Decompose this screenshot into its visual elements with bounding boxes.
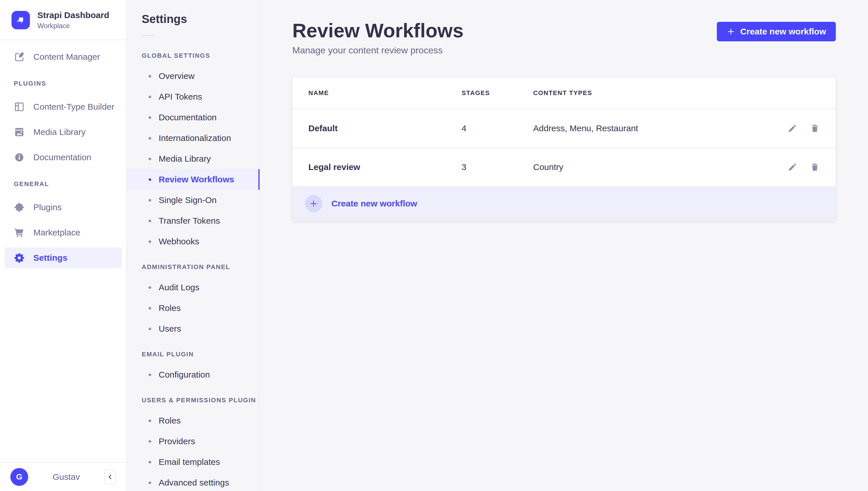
page-title: Review Workflows <box>292 21 464 40</box>
bullet-icon <box>148 178 151 181</box>
workflows-table-card: Name Stages Content Types Default 4 Addr… <box>292 78 836 221</box>
settings-item-single-sign-on[interactable]: Single Sign-On <box>127 190 260 210</box>
settings-item-label: Email templates <box>159 457 220 467</box>
nav-item-content-type-builder[interactable]: Content-Type Builder <box>0 94 126 119</box>
settings-item-overview[interactable]: Overview <box>127 66 260 86</box>
settings-item-label: Documentation <box>159 113 217 122</box>
settings-item-label: Single Sign-On <box>159 195 217 205</box>
bullet-icon <box>148 240 151 243</box>
nav-item-label: Content-Type Builder <box>33 102 114 112</box>
nav-item-content-manager[interactable]: Content Manager <box>0 44 126 69</box>
trash-icon <box>810 123 820 133</box>
strapi-logo-icon <box>11 11 30 29</box>
create-workflow-button[interactable]: Create new workflow <box>717 22 836 41</box>
settings-section-users-permissions: Users & Permissions plugin <box>127 397 260 404</box>
delete-button[interactable] <box>810 123 820 133</box>
settings-item-up-roles[interactable]: Roles <box>127 410 260 431</box>
create-workflow-button-label: Create new workflow <box>740 27 826 36</box>
row-actions <box>768 162 836 172</box>
picture-icon <box>14 126 25 138</box>
workflow-stages: 4 <box>462 123 533 133</box>
delete-button[interactable] <box>810 162 820 172</box>
workflow-stages: 3 <box>462 162 533 172</box>
settings-item-review-workflows[interactable]: Review Workflows <box>127 169 260 190</box>
settings-item-label: Roles <box>159 416 181 426</box>
footer-create-label: Create new workflow <box>331 199 417 208</box>
plus-circle-icon <box>305 195 322 212</box>
nav-item-marketplace[interactable]: Marketplace <box>0 220 126 245</box>
edit-button[interactable] <box>788 162 797 172</box>
settings-item-label: Transfer Tokens <box>159 216 220 226</box>
bullet-icon <box>148 220 151 222</box>
plus-icon <box>727 27 735 36</box>
settings-section-email-plugin: Email Plugin <box>127 351 260 358</box>
workspace-name: Workplace <box>37 22 109 30</box>
bullet-icon <box>148 75 151 78</box>
info-circle-icon <box>14 152 25 163</box>
settings-title-divider <box>142 35 156 36</box>
settings-item-label: Users <box>159 324 181 334</box>
settings-item-label: Configuration <box>159 370 210 380</box>
settings-item-label: API Tokens <box>159 92 202 102</box>
bullet-icon <box>148 116 151 119</box>
bullet-icon <box>148 157 151 160</box>
nav-item-label: Documentation <box>33 152 91 162</box>
bullet-icon <box>148 286 151 289</box>
nav-item-plugins[interactable]: Plugins <box>0 195 126 220</box>
settings-item-advanced-settings[interactable]: Advanced settings <box>127 472 260 491</box>
table-row-legal-review[interactable]: Legal review 3 Country <box>292 148 836 186</box>
bullet-icon <box>148 137 151 140</box>
settings-item-label: Advanced settings <box>159 478 229 488</box>
settings-item-transfer-tokens[interactable]: Transfer Tokens <box>127 210 260 231</box>
settings-item-api-tokens[interactable]: API Tokens <box>127 86 260 107</box>
settings-item-users[interactable]: Users <box>127 318 260 339</box>
settings-item-configuration[interactable]: Configuration <box>127 365 260 385</box>
settings-sidebar: Settings Global Settings Overview API To… <box>127 0 260 491</box>
settings-item-label: Overview <box>159 71 195 81</box>
settings-panel-title: Settings <box>142 12 260 26</box>
workspace-brand: Strapi Dashboard Workplace <box>0 0 126 40</box>
puzzle-icon <box>14 202 25 213</box>
main-sidebar: Strapi Dashboard Workplace Content Manag… <box>0 0 127 491</box>
page-header-text: Review Workflows Manage your content rev… <box>292 21 464 56</box>
nav-item-label: Marketplace <box>33 228 80 237</box>
app-title: Strapi Dashboard <box>37 10 109 20</box>
table-header-row: Name Stages Content Types <box>292 78 836 109</box>
settings-item-roles[interactable]: Roles <box>127 298 260 318</box>
user-name: Gustav <box>28 472 104 482</box>
nav-item-documentation[interactable]: Documentation <box>0 145 126 170</box>
page-subtitle: Manage your content review process <box>292 45 464 56</box>
settings-item-providers[interactable]: Providers <box>127 431 260 452</box>
workflow-name: Legal review <box>292 162 462 172</box>
settings-item-email-templates[interactable]: Email templates <box>127 452 260 472</box>
settings-item-documentation[interactable]: Documentation <box>127 107 260 128</box>
nav-section-general: General <box>14 180 126 188</box>
trash-icon <box>810 162 820 172</box>
nav-item-label: Content Manager <box>33 52 100 62</box>
user-avatar[interactable]: G <box>10 468 28 486</box>
page-header: Review Workflows Manage your content rev… <box>292 21 836 56</box>
nav-item-media-library[interactable]: Media Library <box>0 119 126 145</box>
bullet-icon <box>148 199 151 202</box>
edit-button[interactable] <box>788 123 797 133</box>
settings-item-audit-logs[interactable]: Audit Logs <box>127 277 260 298</box>
sidebar-collapse-button[interactable] <box>104 469 116 484</box>
pencil-icon <box>788 162 797 172</box>
settings-section-admin-panel: Administration Panel <box>127 263 260 271</box>
settings-item-webhooks[interactable]: Webhooks <box>127 231 260 252</box>
nav-section-plugins: Plugins <box>14 80 126 87</box>
nav-item-settings[interactable]: Settings <box>5 248 121 268</box>
settings-item-label: Review Workflows <box>159 175 234 184</box>
settings-item-label: Providers <box>159 436 195 446</box>
shopping-cart-icon <box>14 227 25 238</box>
bullet-icon <box>148 307 151 310</box>
table-row-default[interactable]: Default 4 Address, Menu, Restaurant <box>292 109 836 148</box>
table-footer-create-workflow[interactable]: Create new workflow <box>292 186 836 221</box>
column-header-stages: Stages <box>462 89 533 97</box>
settings-item-media-library[interactable]: Media Library <box>127 148 260 169</box>
bullet-icon <box>148 96 151 98</box>
pen-square-icon <box>14 51 25 62</box>
nav-item-label: Plugins <box>33 202 61 212</box>
bullet-icon <box>148 482 151 484</box>
settings-item-internationalization[interactable]: Internationalization <box>127 128 260 148</box>
